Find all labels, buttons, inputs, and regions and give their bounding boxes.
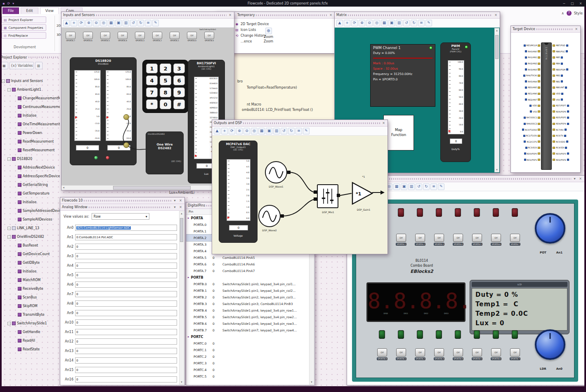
- toggle-switch[interactable]: Off: [434, 234, 444, 242]
- chip-pin-row[interactable]: RB3/PGM: [553, 66, 569, 73]
- toggle-switch[interactable]: Off: [453, 234, 463, 242]
- tree-item[interactable]: Initialise: [0, 111, 60, 120]
- chevron-right-icon[interactable]: [188, 276, 189, 279]
- tree-item[interactable]: TransmitByte: [0, 310, 60, 319]
- chip-pin-row[interactable]: VSS: [522, 109, 540, 115]
- pin-row[interactable]: PORTB.1 0 SwitchArraySlide1:pin1; keypad…: [186, 287, 309, 294]
- zoom-out-icon[interactable]: ⊖: [366, 20, 373, 26]
- zoom-in-icon[interactable]: ⊕: [236, 128, 243, 134]
- ribbon-button[interactable]: ▦ Component Properties: [2, 24, 46, 31]
- scroll-down-icon[interactable]: ▾: [495, 168, 499, 171]
- explorer-toolbar-button[interactable]: {x} Variables: [9, 62, 34, 69]
- pin-row[interactable]: PORTB.0 0 SwitchArraySlide1:pin0; keypad…: [186, 281, 309, 287]
- edit-icon[interactable]: ✎: [152, 20, 159, 26]
- chip-pin-row[interactable]: RA4/T0CKI: [522, 73, 540, 79]
- pin-row[interactable]: PORTB.5 0 SwitchArraySlide1:pin5; keypad…: [186, 314, 309, 320]
- ribbon-tab[interactable]: Edit: [21, 7, 38, 14]
- keypad-key[interactable]: 2: [160, 63, 171, 73]
- toggle-switch[interactable]: Off: [472, 348, 482, 357]
- chip-pin-row[interactable]: RA3/AN3: [522, 66, 540, 73]
- chip-pin-row[interactable]: RC4/SDI: [553, 145, 569, 151]
- analog-value-field[interactable]: 0: [75, 348, 177, 354]
- tree-expander-icon[interactable]: [2, 80, 5, 83]
- chip-pin-row[interactable]: RC1/T1OSI: [522, 133, 540, 139]
- close-icon[interactable]: ×: [178, 199, 183, 202]
- undo-icon[interactable]: ↺: [416, 183, 422, 190]
- ds18b20-component[interactable]: DS18B20 DS18B20 125.0 105.0 85.0 65.0: [70, 57, 137, 165]
- toggle-switch[interactable]: Off: [100, 32, 110, 39]
- chip-pin-row[interactable]: VDD: [553, 91, 569, 97]
- layers-icon[interactable]: ▥: [396, 20, 402, 26]
- pin-icon[interactable]: ▾: [572, 177, 577, 181]
- grid-icon[interactable]: ▦: [258, 128, 265, 134]
- chip-pin-row[interactable]: RB6/PGC: [553, 49, 569, 55]
- pin-row[interactable]: PORTC.4 0: [186, 366, 309, 373]
- pin-row[interactable]: PORTB.6 0 SwitchArraySlide1:pin6; keypad…: [186, 320, 309, 327]
- keypad-key[interactable]: 5: [160, 75, 171, 85]
- toggle-switch[interactable]: Off: [415, 348, 425, 357]
- chip-pin-row[interactable]: RD4/PSP4: [553, 121, 569, 127]
- dropdown-icon[interactable]: ▾: [12, 2, 14, 5]
- chip-pin-row[interactable]: VSS: [553, 96, 569, 103]
- analog-value-field[interactable]: 0: [75, 367, 177, 373]
- port-group-row[interactable]: PORTB: [186, 274, 309, 281]
- close-icon[interactable]: ×: [494, 13, 498, 17]
- toggle-switch[interactable]: Off: [170, 32, 180, 39]
- scroll-up-icon[interactable]: ▴: [495, 29, 499, 32]
- pin-row[interactable]: PORTC.0 0: [186, 340, 309, 347]
- analog-value-field[interactable]: 0: [75, 376, 177, 383]
- meter-marker[interactable]: [449, 130, 451, 132]
- chip-pin-row[interactable]: RB5: [553, 54, 569, 61]
- toggle-switch[interactable]: Off: [396, 234, 406, 242]
- toggle-switch[interactable]: Off: [415, 234, 425, 242]
- close-button[interactable]: ×: [578, 2, 584, 5]
- tree-expander-icon[interactable]: [7, 235, 11, 239]
- analog-value-field[interactable]: 0: [75, 263, 177, 269]
- ribbon-button[interactable]: ◎ Find/Replace: [2, 32, 46, 39]
- snapshot-icon[interactable]: ▣: [266, 128, 272, 134]
- keypad-key[interactable]: 3: [173, 63, 185, 73]
- zoom-fit-icon[interactable]: ◎: [373, 20, 380, 26]
- map-function-block[interactable]: Map Function: [383, 115, 414, 150]
- chip-pin-row[interactable]: RC5/SDO: [553, 139, 569, 145]
- pin-row[interactable]: PORTC.3 0: [186, 360, 309, 366]
- analog-value-field[interactable]: 0: [75, 329, 177, 335]
- rotate-icon[interactable]: ⟳: [351, 20, 358, 26]
- analog-value-field[interactable]: 0: [75, 253, 177, 259]
- panels-2d-button[interactable]: 2D: [57, 24, 61, 28]
- zoom-out-icon[interactable]: ⊖: [243, 128, 250, 134]
- tree-item[interactable]: GetDeviceCount: [0, 250, 60, 258]
- wire-node[interactable]: [123, 114, 129, 120]
- tree-item[interactable]: Inputs and Sensors: [0, 77, 60, 85]
- ribbon-tab[interactable]: File: [2, 7, 19, 14]
- pin-icon[interactable]: ▾: [172, 205, 177, 209]
- analog-value-field[interactable]: 0:ComboBL0114:Pot:ADC: [75, 234, 177, 240]
- scroll-left-icon[interactable]: ◂: [61, 186, 66, 189]
- chip-pin-row[interactable]: RE2/AN7: [522, 96, 540, 103]
- select-icon[interactable]: ▲: [63, 20, 70, 26]
- pin-row[interactable]: PORTC.2 0: [186, 353, 309, 360]
- tree-item[interactable]: ContinuousMeasurement: [0, 103, 60, 111]
- move-icon[interactable]: +: [71, 20, 77, 26]
- toggle-switch[interactable]: Off: [187, 32, 197, 39]
- panels-3d-button[interactable]: 3D: [57, 33, 61, 37]
- chip-pin-row[interactable]: RB1: [553, 79, 569, 85]
- snapshot-icon[interactable]: ▣: [401, 183, 407, 190]
- toggle-switch[interactable]: Off: [83, 32, 93, 39]
- tree-item[interactable]: GetSerialString: [0, 181, 60, 189]
- zoom-fit-icon[interactable]: ◎: [251, 128, 258, 134]
- tree-item[interactable]: ReadAll: [0, 336, 60, 345]
- close-icon[interactable]: ×: [381, 121, 386, 125]
- pin-icon[interactable]: ▾: [172, 199, 177, 202]
- matrix-scrollbar[interactable]: ▴ ▾: [494, 28, 499, 172]
- close-icon[interactable]: ×: [578, 177, 583, 181]
- explorer-toolbar-button[interactable]: ▦: [1, 62, 8, 69]
- pin-row[interactable]: PORTB.3 0 SwitchArraySlide1:pin3; ComboB…: [186, 300, 309, 307]
- toggle-switch[interactable]: Off: [510, 234, 520, 242]
- toggle-switch[interactable]: Off: [491, 234, 501, 242]
- keypad-key[interactable]: 0: [160, 99, 171, 109]
- toggle-switch[interactable]: Off: [152, 32, 162, 39]
- chip-pin-row[interactable]: RC3/SCK: [522, 145, 540, 151]
- close-icon[interactable]: ×: [328, 13, 333, 17]
- tree-item[interactable]: ReadMeasurement: [0, 137, 60, 146]
